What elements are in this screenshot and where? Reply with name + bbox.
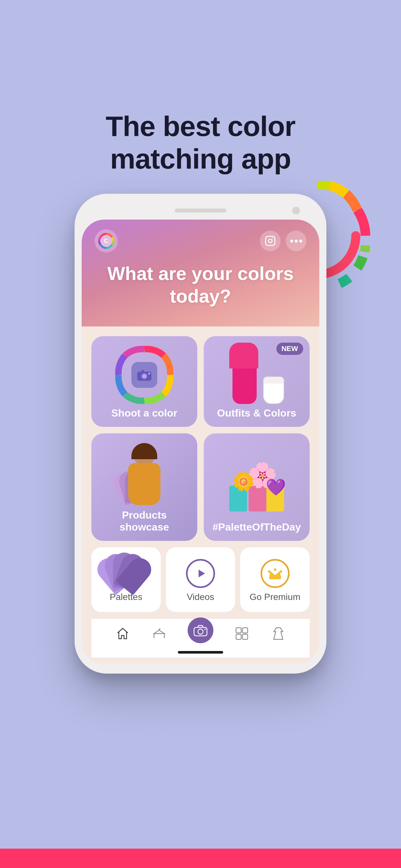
camera-nav-button[interactable] bbox=[188, 617, 213, 643]
svg-rect-23 bbox=[236, 634, 241, 640]
home-indicator-line bbox=[178, 651, 223, 654]
color-wheel-camera bbox=[115, 346, 174, 404]
app-tagline: What are your colors today? bbox=[95, 262, 306, 307]
app-logo: C bbox=[95, 229, 118, 252]
phone-screen: C bbox=[82, 220, 319, 664]
videos-card[interactable]: Videos bbox=[166, 547, 235, 612]
palettes-card[interactable]: Palettes bbox=[91, 547, 161, 612]
notch-pill bbox=[175, 209, 226, 213]
phone-notch bbox=[82, 203, 319, 218]
svg-marker-10 bbox=[198, 569, 205, 578]
products-showcase-card[interactable]: Products showcase bbox=[91, 433, 197, 541]
shoot-color-label: Shoot a color bbox=[112, 407, 177, 419]
svg-point-3 bbox=[268, 239, 272, 243]
nav-explore[interactable] bbox=[234, 625, 250, 642]
svg-text:C: C bbox=[104, 238, 108, 244]
camera-center-icon bbox=[131, 362, 157, 388]
svg-rect-21 bbox=[236, 628, 241, 633]
palette-of-day-label: #PaletteOfTheDay bbox=[212, 521, 301, 533]
svg-point-19 bbox=[198, 629, 203, 634]
svg-point-20 bbox=[204, 629, 206, 630]
more-options-button[interactable] bbox=[286, 230, 306, 251]
person-illustration bbox=[119, 443, 170, 506]
home-indicator-bar bbox=[91, 647, 310, 657]
crown-icon bbox=[260, 559, 289, 588]
svg-point-4 bbox=[272, 238, 273, 239]
instagram-button[interactable] bbox=[260, 230, 281, 251]
phone-mockup: C bbox=[74, 194, 327, 674]
svg-point-14 bbox=[274, 568, 276, 571]
outfits-colors-label: Outfits & Colors bbox=[217, 407, 296, 419]
bottom-navigation bbox=[91, 618, 310, 647]
svg-point-7 bbox=[143, 374, 146, 378]
dot2 bbox=[295, 240, 298, 243]
svg-rect-22 bbox=[243, 628, 248, 633]
bottom-cards-row: Palettes Videos bbox=[91, 547, 310, 612]
outfits-colors-card[interactable]: NEW Outfits & Colors bbox=[204, 336, 310, 427]
svg-point-9 bbox=[148, 373, 150, 375]
svg-rect-2 bbox=[266, 237, 275, 245]
palette-of-day-card[interactable]: 🌸 🌼 💜 #PaletteOfTheDay bbox=[204, 433, 310, 541]
svg-point-13 bbox=[268, 570, 271, 573]
nav-wardrobe[interactable] bbox=[151, 625, 167, 642]
app-content: Shoot a color NEW bbox=[82, 327, 319, 664]
main-cards-grid: Shoot a color NEW bbox=[91, 336, 310, 541]
dot1 bbox=[290, 240, 293, 243]
nav-camera[interactable] bbox=[188, 624, 213, 643]
header-icons bbox=[260, 230, 306, 251]
dot3 bbox=[299, 240, 302, 243]
palettes-icon bbox=[110, 559, 142, 588]
svg-marker-11 bbox=[269, 571, 281, 578]
flower-illustration: 🌸 🌼 💜 bbox=[226, 463, 287, 518]
svg-rect-8 bbox=[142, 370, 144, 373]
svg-point-15 bbox=[280, 570, 282, 573]
outfit-illustration bbox=[227, 349, 286, 404]
svg-rect-12 bbox=[269, 578, 281, 579]
videos-label: Videos bbox=[187, 592, 214, 602]
premium-label: Go Premium bbox=[250, 592, 300, 602]
bottom-accent-bar bbox=[0, 848, 401, 868]
shoot-color-card[interactable]: Shoot a color bbox=[91, 336, 197, 427]
app-header: C bbox=[82, 220, 319, 327]
nav-dress[interactable] bbox=[270, 625, 287, 642]
products-showcase-label: Products showcase bbox=[98, 509, 191, 533]
svg-rect-24 bbox=[243, 634, 248, 640]
notch-circle bbox=[292, 207, 300, 214]
premium-card[interactable]: Go Premium bbox=[240, 547, 310, 612]
nav-home[interactable] bbox=[114, 625, 131, 642]
hero-title: The best color matching app bbox=[88, 110, 313, 175]
play-icon bbox=[186, 559, 215, 588]
